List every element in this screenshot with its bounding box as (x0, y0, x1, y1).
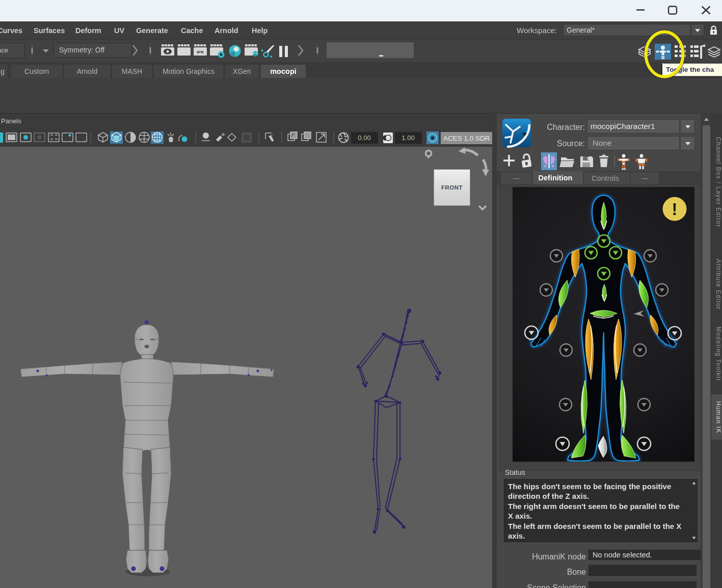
svg-text:1.00: 1.00 (402, 134, 414, 142)
svg-text:0.00: 0.00 (358, 134, 370, 142)
svg-text:ACES 1.0 SDR: ACES 1.0 SDR (443, 135, 490, 142)
svg-text:IPR: IPR (197, 50, 204, 55)
svg-text:!: ! (672, 199, 677, 219)
